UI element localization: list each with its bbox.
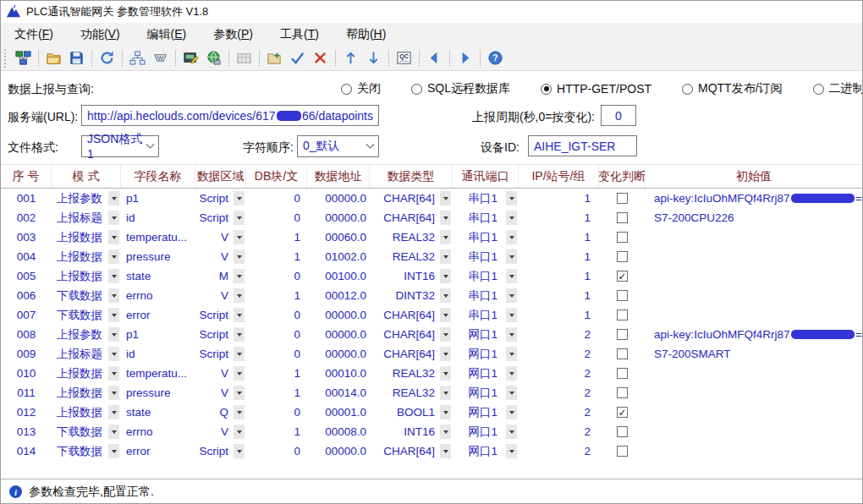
cell-mode[interactable]: 下载数据 [52,441,121,461]
cell-data-address[interactable]: 00060.0 [307,227,370,247]
change-detect-checkbox[interactable] [617,426,628,437]
cell-db-block[interactable]: 0 [246,344,307,364]
dtype-dropdown-icon[interactable] [440,347,451,361]
mode-dropdown-icon[interactable] [108,249,119,264]
cell-data-area[interactable]: Script [195,325,246,344]
cell-field-name[interactable]: state [121,403,195,422]
change-detect-checkbox[interactable]: ✓ [617,271,628,282]
cell-data-address[interactable]: 01002.0 [307,247,370,266]
dtype-dropdown-icon[interactable] [440,191,451,205]
cell-initial-value[interactable] [646,403,862,422]
radio-icon[interactable] [341,84,352,95]
cell-comm-port[interactable]: 网口1 [453,403,519,422]
dtype-dropdown-icon[interactable] [440,425,451,439]
area-dropdown-icon[interactable] [234,308,245,322]
cell-data-type[interactable]: CHAR[64] [370,189,453,208]
cell-mode[interactable]: 上报数据 [52,227,121,247]
mode-dropdown-icon[interactable] [108,425,119,439]
mode-dropdown-icon[interactable] [108,211,119,225]
cell-mode[interactable]: 上报标题 [52,208,121,227]
radio-icon[interactable] [682,84,693,95]
area-dropdown-icon[interactable] [234,444,245,458]
help-icon[interactable]: ? [485,47,506,68]
byte-order-select[interactable]: 0_默认 [297,135,379,157]
cell-data-address[interactable]: 00000.0 [307,325,370,344]
cell-field-name[interactable]: state [121,266,195,286]
cell-data-address[interactable]: 00000.0 [307,208,370,227]
cell-mode[interactable]: 上报数据 [52,247,121,266]
report-mode-option-4[interactable]: 二进制协议收/发 [813,81,863,96]
cell-data-type[interactable]: REAL32 [370,227,453,247]
change-detect-checkbox[interactable] [617,193,628,204]
mode-dropdown-icon[interactable] [108,288,119,303]
mode-dropdown-icon[interactable] [108,444,119,458]
cell-db-block[interactable]: 0 [246,189,307,208]
topology-icon[interactable] [127,47,148,68]
cell-field-name[interactable]: id [121,208,195,227]
cell-data-type[interactable]: REAL32 [370,364,453,383]
move-down-icon[interactable] [363,47,384,68]
area-dropdown-icon[interactable] [234,211,245,225]
port-dropdown-icon[interactable] [506,425,517,439]
cell-data-address[interactable]: 00000.0 [307,189,370,208]
dtype-dropdown-icon[interactable] [440,386,451,400]
add-group-icon[interactable] [264,47,285,68]
report-mode-option-2[interactable]: HTTP-GET/POST [541,81,651,96]
cell-mode[interactable]: 上报参数 [52,189,121,208]
menu-item-2[interactable]: 编辑(E) [137,25,197,45]
cell-comm-port[interactable]: 网口1 [453,441,519,461]
cell-initial-value[interactable]: S7-200CPU226 [646,208,862,227]
cell-station[interactable]: 1 [519,247,599,266]
report-mode-option-1[interactable]: SQL远程数据库 [411,81,510,96]
cell-data-address[interactable]: 00010.0 [307,364,370,383]
move-up-icon[interactable] [340,47,361,68]
cell-mode[interactable]: 上报数据 [52,266,121,286]
mode-dropdown-icon[interactable] [108,230,119,244]
cell-station[interactable]: 1 [519,266,599,286]
cell-initial-value[interactable]: S7-200SMART [646,344,862,364]
cell-station[interactable]: 2 [519,441,599,461]
port-dropdown-icon[interactable] [506,405,517,419]
mode-dropdown-icon[interactable] [108,308,119,322]
cell-initial-value[interactable] [646,422,862,441]
cell-db-block[interactable]: 1 [246,422,307,441]
cell-data-type[interactable]: CHAR[64] [370,305,453,325]
cell-db-block[interactable]: 0 [246,305,307,325]
port-dropdown-icon[interactable] [506,191,517,205]
connect-network-icon[interactable] [13,47,34,68]
dtype-dropdown-icon[interactable] [440,444,451,458]
cell-data-area[interactable]: V [195,227,246,247]
area-dropdown-icon[interactable] [234,347,245,361]
port-dropdown-icon[interactable] [506,386,517,400]
dtype-dropdown-icon[interactable] [440,405,451,419]
change-detect-checkbox[interactable] [617,348,628,359]
menu-item-4[interactable]: 工具(T) [270,25,329,45]
cell-field-name[interactable]: pressure [121,247,195,266]
dtype-dropdown-icon[interactable] [440,288,451,303]
cell-field-name[interactable]: pressure [121,383,195,403]
area-dropdown-icon[interactable] [234,405,245,419]
port-dropdown-icon[interactable] [506,211,517,225]
cell-data-address[interactable]: 00001.0 [307,403,370,422]
cell-mode[interactable]: 上报标题 [52,344,121,364]
cell-initial-value[interactable] [646,227,862,247]
cell-field-name[interactable]: error [121,305,195,325]
menu-item-5[interactable]: 帮助(H) [336,25,396,45]
cell-db-block[interactable]: 0 [246,441,307,461]
change-detect-checkbox[interactable] [617,251,628,262]
cell-db-block[interactable]: 1 [246,383,307,403]
web-globe-icon[interactable] [203,47,224,68]
server-url-input[interactable]: http://api.heclouds.com/devices/61766/da… [81,105,379,126]
cell-mode[interactable]: 上报数据 [52,364,121,383]
port-dropdown-icon[interactable] [506,444,517,458]
cell-data-type[interactable]: INT16 [370,422,453,441]
cell-station[interactable]: 2 [519,325,599,344]
cell-data-area[interactable]: V [195,383,246,403]
change-detect-checkbox[interactable] [617,368,628,379]
cell-data-address[interactable]: 00100.0 [307,266,370,286]
cell-comm-port[interactable]: 串口1 [453,227,519,247]
report-mode-option-3[interactable]: MQTT发布/订阅 [682,81,783,96]
cell-field-name[interactable]: temperatu... [121,364,195,383]
cell-data-area[interactable]: V [195,422,246,441]
dtype-dropdown-icon[interactable] [440,230,451,244]
